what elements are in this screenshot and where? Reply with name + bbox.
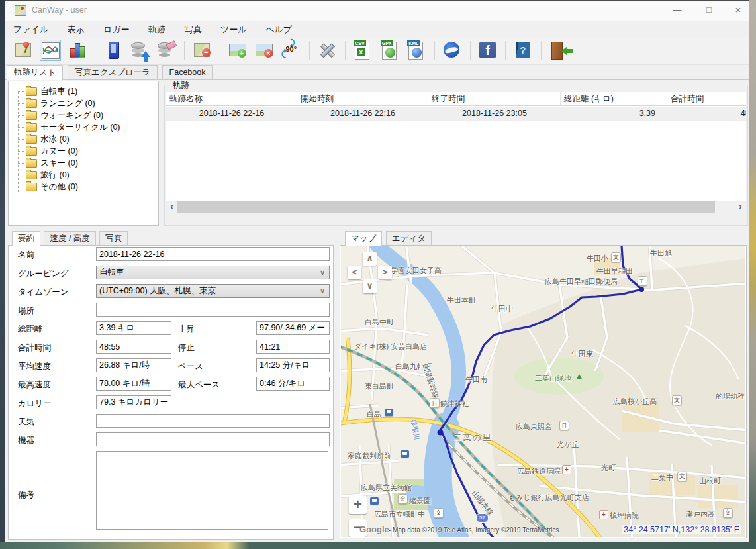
map-label: 白島	[367, 409, 381, 419]
col-track-name[interactable]: 軌跡名称	[166, 92, 297, 106]
grouping-select[interactable]: 自転車∨	[96, 266, 330, 279]
settings-tools-icon[interactable]	[316, 40, 338, 61]
remove-from-map-icon[interactable]: −	[192, 40, 213, 61]
map-label: 二葉山緑地	[535, 374, 571, 383]
logger-device-icon[interactable]	[103, 40, 124, 61]
location-input[interactable]	[96, 303, 330, 317]
map-label: 広島桜が丘高	[613, 397, 657, 407]
folder-icon	[26, 87, 37, 96]
speed-chart-icon[interactable]	[40, 40, 61, 61]
avg-speed-input[interactable]	[96, 358, 171, 372]
minimize-button[interactable]: —	[666, 1, 688, 21]
tab-speed-altitude[interactable]: 速度 / 高度	[44, 231, 95, 245]
folder-icon	[26, 123, 37, 132]
tree-item-swimming[interactable]: 水泳 (0)	[14, 133, 157, 145]
clear-logger-icon[interactable]	[156, 40, 177, 61]
help-icon[interactable]: ?	[513, 40, 534, 61]
tab-editor[interactable]: エディタ	[386, 231, 432, 245]
tab-summary[interactable]: 要約	[12, 231, 40, 246]
name-input[interactable]	[96, 247, 330, 261]
exit-icon[interactable]	[549, 40, 570, 61]
track-table-hscrollbar[interactable]: ‹ ›	[166, 201, 746, 213]
pan-left-icon[interactable]: <	[348, 266, 361, 279]
tab-facebook[interactable]: Facebook	[162, 65, 213, 79]
cell-distance[interactable]: 3.39	[561, 107, 667, 121]
tree-item-other[interactable]: その他 (0)	[14, 181, 157, 193]
cursor-coordinates: 34° 24.5717' N,132° 28.8135' E	[622, 525, 741, 534]
max-speed-input[interactable]	[96, 377, 171, 391]
export-gpx-icon[interactable]: GPX	[379, 40, 401, 61]
pan-up-icon[interactable]: ∧	[363, 252, 377, 266]
track-table: 軌跡名称 開始時刻 終了時間 総距離 (キロ) 合計時間 2018-11-26 …	[166, 92, 746, 201]
stop-input[interactable]	[256, 340, 330, 354]
cell-track-name[interactable]: 2018-11-26 22-16	[166, 107, 297, 121]
background-window-left	[0, 0, 5, 542]
menu-help[interactable]: ヘルプ	[258, 21, 300, 36]
maximize-button[interactable]: □	[698, 1, 720, 21]
export-kml-icon[interactable]: KML	[406, 40, 427, 61]
scroll-left-icon[interactable]: ‹	[166, 201, 177, 213]
pan-right-icon[interactable]: >	[378, 266, 392, 279]
menu-view[interactable]: 表示	[60, 21, 93, 36]
tree-item-bicycle[interactable]: 自転車 (1)	[14, 85, 157, 97]
zoom-in-button[interactable]: +	[349, 496, 367, 514]
distance-input[interactable]	[96, 321, 171, 335]
track-group-box: 軌跡 軌跡名称 開始時刻 終了時間 総距離 (キロ) 合計時間 2018-11-…	[164, 85, 748, 226]
bar-chart-icon[interactable]	[67, 40, 88, 61]
device-input[interactable]	[96, 432, 330, 446]
tree-item-running[interactable]: ランニング (0)	[14, 97, 157, 109]
remove-photo-icon[interactable]: ×	[254, 40, 275, 61]
notes-textarea[interactable]	[96, 451, 328, 530]
col-distance[interactable]: 総距離 (キロ)	[561, 92, 667, 106]
close-button[interactable]: ×	[727, 1, 749, 21]
cell-start-time[interactable]: 2018-11-26 22:16	[297, 107, 428, 121]
tab-photos[interactable]: 写真	[99, 231, 128, 245]
menu-file[interactable]: ファイル	[5, 21, 56, 36]
timezone-select[interactable]: (UTC+09:00) 大阪、札幌、東京∨	[96, 284, 330, 298]
export-csv-icon[interactable]: CSVX	[352, 40, 373, 61]
menu-track[interactable]: 軌跡	[140, 21, 173, 36]
ascent-input[interactable]	[256, 321, 330, 335]
scrollbar-thumb[interactable]	[177, 201, 715, 213]
col-total-time[interactable]: 合計時間	[667, 92, 746, 106]
pan-down-icon[interactable]: ∨	[363, 279, 377, 293]
facebook-icon[interactable]: f	[477, 40, 498, 61]
weather-input[interactable]	[96, 414, 330, 428]
track-map-icon[interactable]	[13, 40, 34, 61]
map-label: 家庭裁判所前	[348, 451, 391, 461]
notes-label: 備考	[18, 489, 34, 501]
map-label: もみじ銀行広島光町支店	[508, 493, 589, 503]
device-label: 機器	[18, 435, 34, 446]
add-photo-icon[interactable]: +	[228, 40, 249, 61]
max-pace-input[interactable]	[256, 377, 330, 391]
map-canvas[interactable]: 牛田小 牛田旭 田学園安田女子高 牛田早稲田 広島牛田早稲田郵便局 牛田本町 牛…	[341, 246, 745, 537]
total-time-label: 合計時間	[18, 342, 51, 354]
tab-track-list[interactable]: 軌跡リスト	[7, 65, 63, 80]
col-start-time[interactable]: 開始時刻	[297, 92, 428, 106]
tree-item-ski[interactable]: スキー (0)	[14, 157, 157, 169]
menu-logger[interactable]: ロガー	[95, 21, 138, 36]
tree-item-travel[interactable]: 旅行 (0)	[14, 169, 157, 181]
hospital-icon: +	[562, 465, 571, 474]
scroll-right-icon[interactable]: ›	[735, 201, 746, 213]
tab-photo-explorer[interactable]: 写真エクスプローラ	[68, 65, 158, 79]
school-icon: 文	[611, 252, 621, 262]
calories-input[interactable]	[96, 395, 171, 409]
tree-item-motorcycle[interactable]: モーターサイクル (0)	[14, 121, 157, 133]
menu-tools[interactable]: ツール	[213, 21, 255, 36]
download-tracks-icon[interactable]	[129, 40, 150, 61]
cell-total-time[interactable]: 48:55	[667, 107, 746, 121]
map-label: 牛田早稲田	[596, 266, 633, 276]
pace-input[interactable]	[256, 358, 330, 372]
stop-label: 停止	[178, 342, 195, 354]
col-end-time[interactable]: 終了時間	[428, 92, 561, 106]
tab-map[interactable]: マップ	[345, 231, 382, 246]
google-earth-icon[interactable]	[442, 40, 463, 61]
tree-item-walking[interactable]: ウォーキング (0)	[14, 109, 157, 121]
menu-photo[interactable]: 写真	[177, 21, 210, 36]
tree-item-canoe[interactable]: カヌー (0)	[14, 145, 157, 157]
rotate-90-icon[interactable]: ⤸ 90° ⤸	[281, 40, 302, 61]
total-time-input[interactable]	[96, 340, 171, 354]
title-bar[interactable]: CanWay - user — □ ×	[5, 1, 749, 21]
cell-end-time[interactable]: 2018-11-26 23:05	[428, 107, 561, 121]
